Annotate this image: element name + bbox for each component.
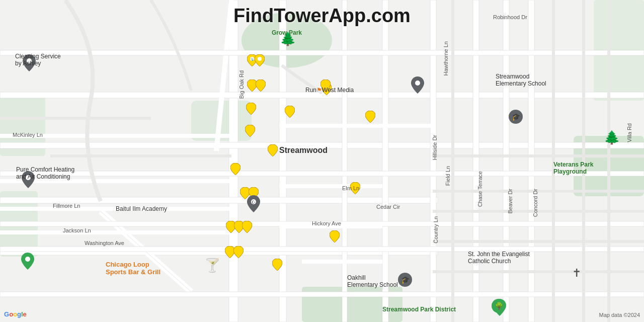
gray-pin[interactable] [411,76,424,96]
green-loc-pin[interactable] [21,253,34,272]
app-title: FindTowerApp.com [233,5,411,27]
svg-rect-9 [279,0,286,322]
veterans-park-tree-marker[interactable]: 🌲 [604,130,620,145]
svg-point-53 [25,257,30,262]
tower-marker[interactable] [245,125,255,139]
tower-marker[interactable] [268,144,278,158]
map-data-copyright: Map data ©2024 [599,312,640,318]
svg-text:☪: ☪ [252,200,256,205]
pure-comfort-pin[interactable] [22,171,35,190]
svg-rect-17 [430,0,436,322]
school-marker-elem[interactable]: 🎓 [509,110,523,124]
svg-rect-12 [0,197,438,203]
tower-marker[interactable] [365,111,375,125]
tower-marker[interactable] [272,259,282,273]
gray-pin-mosque[interactable]: ☪ [247,195,260,214]
tower-marker[interactable] [230,163,240,177]
svg-rect-18 [473,0,479,322]
svg-rect-24 [0,247,644,252]
tower-marker[interactable] [246,103,256,117]
svg-point-55 [27,58,32,63]
svg-rect-20 [528,0,534,322]
tower-marker[interactable] [256,79,266,94]
svg-rect-25 [0,292,644,297]
tower-marker[interactable] [350,182,360,196]
svg-rect-22 [342,0,347,322]
map-background [0,0,644,322]
runwest-tower-marker[interactable] [320,79,331,94]
svg-rect-19 [503,0,509,322]
bar-marker[interactable]: 🍸 [204,258,220,273]
svg-rect-8 [229,0,238,322]
svg-rect-21 [382,0,388,322]
svg-rect-26 [0,171,644,176]
svg-rect-11 [0,142,644,148]
tower-marker[interactable] [255,54,265,68]
grow-park-tree-marker[interactable]: 🌲 [280,31,296,47]
church-cross-marker[interactable]: ✝ [572,267,581,280]
svg-point-56 [26,175,31,180]
tower-marker[interactable] [233,246,244,260]
svg-text:📡: 📡 [251,57,255,61]
cleaning-pin[interactable] [23,54,36,73]
svg-rect-23 [0,50,644,55]
tower-marker[interactable] [330,230,340,245]
google-brand: Google [4,310,27,318]
school-marker-oakhill[interactable]: 🎓 [398,273,412,287]
map-container: FindTowerApp.com Streamwood Grow Park Cl… [0,0,644,322]
tower-marker[interactable] [285,106,295,120]
svg-point-50 [415,80,420,86]
tower-marker[interactable] [242,221,252,235]
svg-point-49 [258,57,262,61]
park-district-marker[interactable]: 🌳 [492,299,506,313]
